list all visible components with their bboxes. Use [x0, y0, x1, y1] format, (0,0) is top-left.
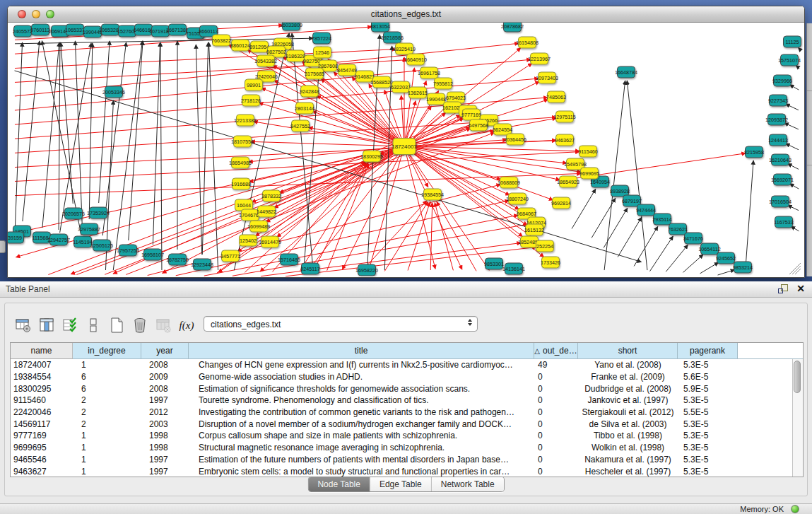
- new-file-button[interactable]: [107, 316, 126, 334]
- cell-short[interactable]: Tibbo et al. (1998): [578, 431, 678, 440]
- cell-in_degree[interactable]: 2: [73, 395, 141, 405]
- row-height-button[interactable]: [84, 316, 102, 334]
- cell-short[interactable]: Yano et al. (2008): [578, 360, 678, 370]
- cell-year[interactable]: 1997: [141, 395, 189, 405]
- cell-out_de[interactable]: 0: [534, 455, 578, 465]
- cell-pagerank[interactable]: 5.3E-5: [678, 395, 738, 405]
- graph-edge[interactable]: [42, 42, 59, 228]
- cell-year[interactable]: 2003: [141, 419, 189, 429]
- table-selector-dropdown[interactable]: citations_edges.txt: [204, 316, 478, 332]
- graph-edge[interactable]: [592, 198, 616, 238]
- cell-title[interactable]: Embryonic stem cells: a model to study s…: [189, 467, 534, 477]
- graph-edge[interactable]: [789, 184, 799, 189]
- column-header-name[interactable]: name: [11, 343, 73, 359]
- graph-edge[interactable]: [160, 42, 162, 270]
- cell-short[interactable]: Hescheler et al. (1997): [578, 467, 678, 477]
- graph-edge[interactable]: [572, 189, 596, 228]
- cell-title[interactable]: Genome-wide association studies in ADHD.: [189, 372, 534, 382]
- graph-edge[interactable]: [251, 141, 397, 146]
- function-builder-button[interactable]: f(x): [177, 320, 196, 332]
- table-row[interactable]: 1938455462009Genome-wide association stu…: [11, 371, 803, 383]
- memory-status-indicator-icon[interactable]: [791, 505, 799, 513]
- table-row[interactable]: 977716911998Corpus callosum shape and si…: [11, 430, 803, 442]
- cell-short[interactable]: Stergiakouli et al. (2012): [578, 407, 678, 417]
- cell-name[interactable]: 9465546: [11, 455, 73, 465]
- tab-network-table[interactable]: Network Table: [432, 477, 504, 491]
- cell-name[interactable]: 14569117: [11, 419, 73, 429]
- cell-title[interactable]: Estimation of significance thresholds fo…: [189, 384, 534, 394]
- cell-year[interactable]: 2012: [141, 407, 189, 417]
- graph-edge[interactable]: [746, 160, 753, 270]
- graph-edge[interactable]: [627, 81, 647, 270]
- cell-name[interactable]: 22420046: [11, 407, 73, 417]
- cell-out_de[interactable]: 0: [534, 431, 578, 440]
- table-panel-titlebar[interactable]: Table Panel ✕: [0, 281, 812, 298]
- cell-short[interactable]: de Silva et al. (2003): [578, 419, 678, 429]
- graph-edge[interactable]: [700, 262, 719, 274]
- cell-title[interactable]: Corpus callosum shape and size in male p…: [189, 431, 534, 440]
- cell-out_de[interactable]: 0: [534, 372, 578, 382]
- graph-edge[interactable]: [786, 104, 799, 110]
- graph-edge[interactable]: [408, 202, 430, 270]
- cell-in_degree[interactable]: 1: [73, 455, 141, 465]
- graph-edge[interactable]: [788, 163, 799, 169]
- graph-edge[interactable]: [435, 203, 453, 271]
- cell-short[interactable]: Wolkin et al. (1998): [578, 443, 678, 452]
- graph-edge[interactable]: [789, 85, 799, 90]
- graph-edge[interactable]: [401, 95, 404, 139]
- graph-edge[interactable]: [604, 208, 628, 247]
- graph-edge[interactable]: [176, 201, 510, 276]
- cell-pagerank[interactable]: 5.6E-5: [678, 372, 738, 382]
- cell-title[interactable]: Structural magnetic resonance image aver…: [189, 443, 534, 452]
- cell-out_de[interactable]: 0: [534, 419, 578, 429]
- graph-edge[interactable]: [113, 41, 142, 270]
- cell-name[interactable]: 19384554: [11, 372, 73, 382]
- cell-name[interactable]: 18300295: [11, 384, 73, 394]
- close-panel-button[interactable]: ✕: [796, 283, 805, 294]
- cell-in_degree[interactable]: 2: [73, 419, 141, 429]
- table-row[interactable]: 1456911722003Disruption of a novel membe…: [11, 418, 803, 430]
- network-canvas[interactable]: 2405572976011320691406106533719904481065…: [8, 23, 803, 276]
- column-header-year[interactable]: year: [141, 343, 189, 359]
- cell-out_de[interactable]: 0: [534, 443, 578, 452]
- graph-edge[interactable]: [618, 217, 642, 257]
- graph-edge[interactable]: [60, 43, 91, 233]
- cell-pagerank[interactable]: 5.3E-5: [678, 443, 738, 452]
- cell-title[interactable]: Changes of HCN gene expression and I(f) …: [189, 360, 534, 370]
- graph-edge[interactable]: [233, 224, 528, 276]
- cell-year[interactable]: 2008: [141, 360, 189, 370]
- graph-edge[interactable]: [59, 42, 60, 230]
- table-settings-button[interactable]: [14, 316, 33, 334]
- cell-in_degree[interactable]: 1: [73, 431, 141, 440]
- cell-pagerank[interactable]: 5.5E-5: [678, 407, 738, 417]
- graph-edge[interactable]: [718, 270, 735, 275]
- table-row[interactable]: 911546021997Tourette syndrome. Phenomeno…: [11, 395, 803, 407]
- column-header-pagerank[interactable]: pagerank: [678, 343, 738, 359]
- table-row[interactable]: 946554611997Estimation of the future num…: [11, 454, 803, 466]
- float-panel-button[interactable]: [778, 284, 788, 294]
- tab-edge-table[interactable]: Edge Table: [370, 477, 432, 491]
- left-panel-handle[interactable]: [0, 240, 6, 253]
- cell-short[interactable]: Dudbridge et al. (2008): [578, 384, 678, 394]
- graph-edge[interactable]: [15, 42, 22, 228]
- cell-pagerank[interactable]: 5.3E-5: [678, 467, 738, 477]
- cell-out_de[interactable]: 0: [534, 384, 578, 394]
- column-header-title[interactable]: title: [189, 343, 534, 359]
- graph-edge[interactable]: [786, 144, 799, 150]
- cell-pagerank[interactable]: 5.3E-5: [678, 360, 738, 370]
- graph-edge[interactable]: [788, 205, 799, 210]
- cell-out_de[interactable]: 0: [534, 407, 578, 417]
- graph-edge[interactable]: [411, 146, 579, 151]
- cell-title[interactable]: Investigating the contribution of common…: [189, 407, 534, 417]
- graph-edge[interactable]: [405, 68, 414, 139]
- show-columns-button[interactable]: [37, 316, 56, 334]
- table-row[interactable]: 946362711997Embryonic stem cells: a mode…: [11, 465, 803, 477]
- cell-in_degree[interactable]: 2: [73, 407, 141, 417]
- table-row[interactable]: 2242004622012Investigating the contribut…: [11, 407, 803, 419]
- cell-name[interactable]: 9699695: [11, 443, 73, 452]
- cell-out_de[interactable]: 0: [534, 467, 578, 477]
- cell-name[interactable]: 18724007: [11, 360, 73, 370]
- graph-edge[interactable]: [196, 45, 201, 255]
- window-resize-grip[interactable]: [789, 263, 801, 274]
- graph-edge[interactable]: [784, 123, 799, 129]
